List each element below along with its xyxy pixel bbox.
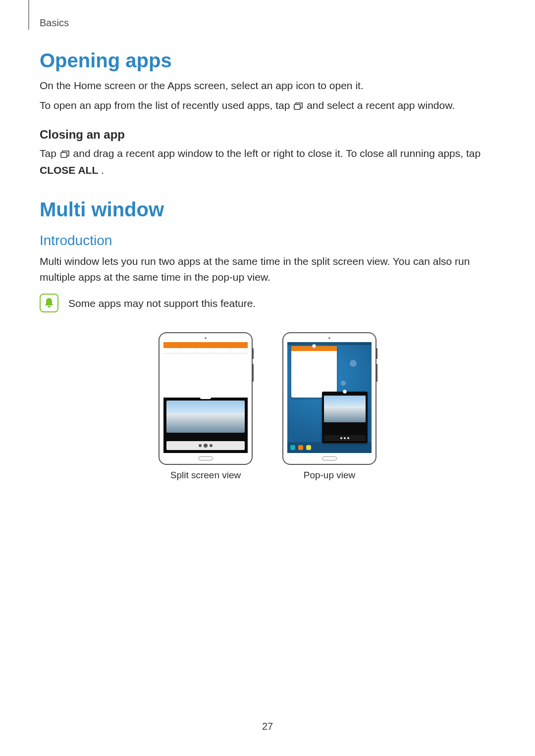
status-bar (287, 342, 372, 345)
closing-app-p1: Tap and drag a recent app window to the … (40, 146, 495, 178)
home-button-icon (322, 456, 337, 460)
content: Opening apps On the Home screen or the A… (40, 50, 495, 481)
page: Basics Opening apps On the Home screen o… (0, 0, 535, 756)
text: Tap (40, 148, 59, 159)
figures-row: Split screen view (40, 332, 495, 481)
popup-handle-icon (312, 344, 316, 348)
caption-popup-view: Pop-up view (304, 470, 356, 481)
text: and drag a recent app window to the left… (73, 148, 481, 159)
app-icon (306, 445, 311, 450)
svg-rect-2 (48, 306, 51, 307)
text: To open an app from the list of recently… (40, 100, 293, 111)
opening-apps-p1: On the Home screen or the Apps screen, s… (40, 78, 495, 94)
intro-body: Multi window lets you run two apps at th… (40, 253, 495, 285)
side-button-icon (252, 364, 254, 382)
side-button-icon (376, 364, 377, 382)
figure-popup-view: Pop-up view (282, 332, 376, 481)
dock (287, 442, 372, 453)
svg-rect-1 (61, 152, 67, 157)
close-all-label: CLOSE ALL (40, 164, 98, 176)
bell-icon (40, 294, 58, 312)
svg-rect-0 (294, 104, 300, 109)
note-text: Some apps may not support this feature. (68, 294, 256, 311)
device-frame (159, 332, 253, 465)
opening-apps-p2: To open an app from the list of recently… (40, 98, 495, 114)
popup-window (322, 392, 368, 443)
heading-multi-window: Multi window (40, 199, 495, 221)
app-icon (290, 445, 295, 450)
wallpaper-bubble (341, 381, 346, 386)
side-button-icon (376, 348, 377, 359)
section-header: Basics (40, 17, 69, 29)
screen (287, 342, 372, 453)
recents-icon (294, 99, 303, 114)
wallpaper-bubble (350, 360, 357, 367)
popup-handle-icon (343, 390, 347, 394)
split-bottom-app (163, 398, 248, 453)
photo-thumbnail (166, 401, 245, 433)
split-top-app (163, 342, 248, 398)
app-toolbar (163, 342, 248, 348)
screen (163, 342, 248, 453)
media-controls (324, 435, 366, 441)
figure-split-screen: Split screen view (159, 332, 253, 481)
heading-closing-an-app: Closing an app (40, 128, 495, 142)
heading-opening-apps: Opening apps (40, 50, 495, 72)
device-frame (282, 332, 376, 465)
header-rule (28, 0, 29, 30)
photo-thumbnail (324, 396, 366, 422)
app-icon (298, 445, 303, 450)
split-handle-icon (200, 396, 211, 399)
popup-window (291, 346, 337, 398)
text: and select a recent app window. (307, 100, 455, 111)
app-tabs (163, 348, 248, 353)
media-controls (166, 441, 245, 450)
camera-icon (328, 337, 330, 339)
home-button-icon (198, 456, 213, 460)
page-number: 27 (262, 721, 273, 732)
recents-icon (60, 147, 69, 162)
heading-introduction: Introduction (40, 233, 495, 249)
note: Some apps may not support this feature. (40, 294, 495, 312)
caption-split-screen: Split screen view (170, 470, 241, 481)
camera-icon (205, 337, 207, 339)
side-button-icon (252, 348, 254, 359)
text: . (101, 164, 104, 176)
